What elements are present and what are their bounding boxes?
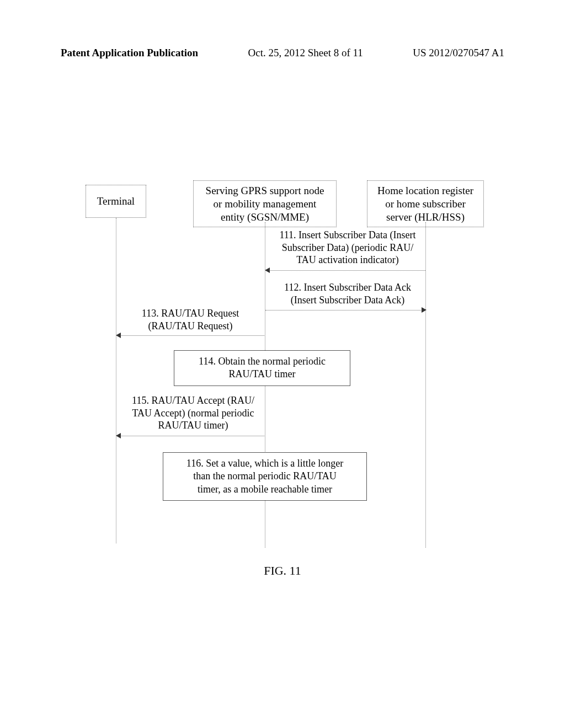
- actor-sgsn-line1: Serving GPRS support node: [198, 184, 332, 197]
- msg-111-line1: 111. Insert Subscriber Data (Insert: [268, 229, 428, 242]
- arrow-113-head: [116, 333, 121, 338]
- proc-116-line2: than the normal periodic RAU/TAU: [170, 470, 360, 483]
- header-left: Patent Application Publication: [61, 47, 198, 59]
- header-right: US 2012/0270547 A1: [413, 47, 504, 59]
- actor-terminal-label: Terminal: [97, 195, 135, 208]
- arrow-111: [266, 270, 425, 271]
- msg-115-line2: TAU Accept) (normal periodic: [121, 407, 265, 420]
- lifeline-terminal: [116, 218, 116, 543]
- figure-caption: FIG. 11: [0, 564, 565, 578]
- actor-sgsn-line2: or mobility management: [198, 197, 332, 211]
- proc-116: 116. Set a value, which is a little long…: [163, 452, 367, 501]
- msg-113: 113. RAU/TAU Request (RAU/TAU Request): [127, 307, 254, 332]
- msg-111: 111. Insert Subscriber Data (Insert Subs…: [268, 229, 428, 266]
- msg-111-line3: TAU activation indicator): [268, 254, 428, 266]
- msg-113-line1: 113. RAU/TAU Request: [127, 307, 254, 320]
- actor-terminal: Terminal: [86, 185, 146, 218]
- arrow-111-head: [265, 267, 270, 273]
- msg-115: 115. RAU/TAU Accept (RAU/ TAU Accept) (n…: [121, 394, 265, 432]
- msg-115-line1: 115. RAU/TAU Accept (RAU/: [121, 394, 265, 407]
- arrow-115-head: [116, 433, 121, 438]
- actor-hlr-line2: or home subscriber: [372, 197, 479, 211]
- arrow-115: [118, 436, 264, 436]
- arrow-113: [118, 335, 264, 336]
- actor-sgsn-mme: Serving GPRS support node or mobility ma…: [193, 180, 337, 227]
- msg-115-line3: RAU/TAU timer): [121, 419, 265, 432]
- arrow-112: [265, 310, 424, 311]
- proc-116-line3: timer, as a mobile reachable timer: [170, 483, 360, 496]
- msg-112-line1: 112. Insert Subscriber Data Ack: [270, 281, 425, 294]
- actor-hlr-hss: Home location register or home subscribe…: [367, 180, 484, 227]
- header-center: Oct. 25, 2012 Sheet 8 of 11: [248, 47, 363, 59]
- proc-114: 114. Obtain the normal periodic RAU/TAU …: [174, 350, 350, 386]
- actor-hlr-line3: server (HLR/HSS): [372, 211, 479, 224]
- msg-113-line2: (RAU/TAU Request): [127, 320, 254, 333]
- page-header: Patent Application Publication Oct. 25, …: [61, 47, 504, 59]
- proc-114-line1: 114. Obtain the normal periodic: [181, 355, 343, 368]
- sequence-diagram: Terminal Serving GPRS support node or mo…: [86, 185, 483, 560]
- proc-114-line2: RAU/TAU timer: [181, 368, 343, 381]
- actor-hlr-line1: Home location register: [372, 184, 479, 197]
- arrow-112-head: [422, 307, 427, 313]
- proc-116-line1: 116. Set a value, which is a little long…: [170, 457, 360, 470]
- msg-112-line2: (Insert Subscriber Data Ack): [270, 294, 425, 307]
- actor-sgsn-line3: entity (SGSN/MME): [198, 211, 332, 224]
- msg-112: 112. Insert Subscriber Data Ack (Insert …: [270, 281, 425, 306]
- msg-111-line2: Subscriber Data) (periodic RAU/: [268, 242, 428, 254]
- lifeline-hlr: [425, 222, 426, 548]
